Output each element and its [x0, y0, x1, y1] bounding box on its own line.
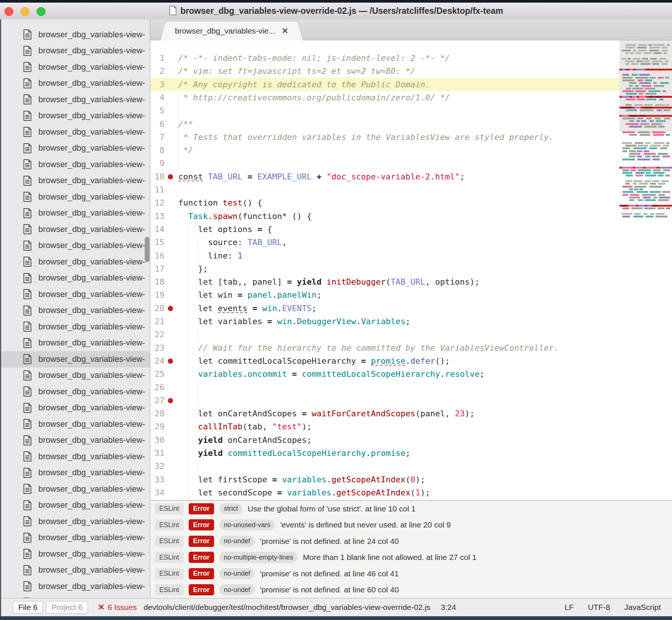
sidebar-item[interactable]: browser_dbg_variables-view- [0, 59, 150, 75]
code-line[interactable]: 32 [150, 460, 619, 473]
sidebar-item[interactable]: browser_dbg_variables-view- [0, 270, 150, 286]
file-name: browser_dbg_variables-view- [38, 387, 145, 397]
sidebar-scrollbar-thumb[interactable] [145, 237, 150, 262]
code-line[interactable]: 2/* vim: set ft=javascript ts=2 et sw=2 … [150, 65, 619, 78]
sidebar-item[interactable]: browser_dbg_variables-view- [0, 578, 150, 595]
sidebar-item[interactable]: browser_dbg_variables-view- [0, 238, 150, 254]
code-line[interactable]: 34 let secondScope = variables.getScopeA… [150, 486, 619, 499]
code-line[interactable]: 1/* -*- indent-tabs-mode: nil; js-indent… [150, 51, 619, 65]
code-line[interactable]: 14 let options = { [150, 223, 619, 236]
sidebar-item[interactable]: browser_dbg_variables-view- [0, 205, 150, 222]
sidebar-item[interactable]: browser_dbg_variables-view- [0, 140, 150, 157]
sidebar-item[interactable]: browser_dbg_variables-view- [0, 448, 150, 465]
code-line[interactable]: 16 line: 1 [150, 249, 619, 262]
code-line[interactable]: 24 let committedLocalScopeHierarchy = pr… [150, 354, 619, 367]
code-line[interactable]: 10const TAB_URL = EXAMPLE_URL + "doc_sco… [150, 170, 619, 183]
sidebar-item[interactable]: browser_dbg_variables-view- [0, 432, 150, 449]
indent-guide [178, 157, 179, 170]
code-editor[interactable]: 1/* -*- indent-tabs-mode: nil; js-indent… [150, 40, 672, 500]
sidebar-item[interactable]: browser_dbg_variables-view- [0, 173, 150, 189]
sidebar-item[interactable]: browser_dbg_variables-view- [0, 513, 150, 530]
sidebar-item[interactable]: browser_dbg_variables-view- [0, 530, 150, 546]
lint-issue-row[interactable]: ESLintErrorno-undef'promise' is not defi… [150, 566, 672, 582]
code-line[interactable]: 23 // Wait for the hierarchy to be commi… [150, 341, 619, 354]
code-line[interactable]: 13 Task.spawn(function* () { [150, 210, 619, 223]
sidebar-item[interactable]: browser_dbg_variables-view- [0, 319, 150, 335]
code-line[interactable]: 21 let variables = win.DebuggerView.Vari… [150, 315, 619, 328]
sidebar-item[interactable]: browser_dbg_variables-view- [0, 400, 150, 416]
sidebar-item[interactable]: browser_dbg_variables-view- [0, 189, 150, 205]
code-line[interactable]: 26 [150, 381, 619, 394]
minimap-line [619, 180, 672, 182]
code-line[interactable]: 31 yield committedLocalScopeHierarchy.pr… [150, 447, 619, 460]
close-window-button[interactable] [4, 7, 13, 16]
lint-issue-row[interactable]: ESLintErrorno-undef'promise' is not defi… [150, 533, 672, 549]
code-line[interactable]: 4 * http://creativecommons.org/publicdom… [150, 91, 619, 104]
sidebar-item[interactable]: browser_dbg_variables-view- [0, 595, 150, 598]
sidebar-item[interactable]: browser_dbg_variables-view- [0, 108, 150, 124]
sidebar-item[interactable]: browser_dbg_variables-view- [0, 26, 150, 43]
lint-issue-row[interactable]: ESLintErrorstrictUse the global form of … [150, 501, 672, 517]
minimize-window-button[interactable] [21, 7, 29, 16]
tab-label: browser_dbg_variables-vie... [175, 26, 275, 35]
code-line[interactable]: 18 let [tab,, panel] = yield initDebugge… [150, 275, 619, 288]
code-line[interactable]: 22 [150, 328, 619, 341]
issues-count[interactable]: 6 Issues [108, 603, 137, 612]
minimap-line [619, 205, 672, 207]
sidebar-item[interactable]: browser_dbg_variables-view- [0, 481, 150, 497]
code-line[interactable]: 29 callInTab(tab, "test"); [150, 420, 619, 433]
sidebar-item[interactable]: browser_dbg_variables-view- [0, 303, 150, 319]
sidebar-item[interactable]: browser_dbg_variables-view- [0, 75, 150, 92]
sidebar-item[interactable]: browser_dbg_variables-view- [0, 221, 150, 238]
tab-close-icon[interactable]: ✕ [282, 26, 288, 35]
code-line[interactable]: 17 }; [150, 262, 619, 275]
lint-issue-row[interactable]: ESLintErrorno-undef'promise' is not defi… [150, 582, 672, 598]
code-line[interactable]: 3/* Any copyright is dedicated to the Pu… [150, 78, 619, 91]
sidebar-item[interactable]: browser_dbg_variables-view- [0, 562, 150, 579]
code-line[interactable]: 8 */ [150, 144, 619, 157]
code-line[interactable]: 11 [150, 183, 619, 196]
cursor-position[interactable]: 3:24 [441, 603, 456, 612]
sidebar-item[interactable]: browser_dbg_variables-view- [0, 465, 150, 481]
code-line[interactable]: 33 let firstScope = variables.getScopeAt… [150, 473, 619, 486]
tab-active[interactable]: browser_dbg_variables-vie... ✕ [167, 21, 296, 40]
code-line[interactable]: 19 let win = panel.panelWin; [150, 288, 619, 301]
sidebar-item[interactable]: browser_dbg_variables-view- [0, 335, 150, 351]
file-name: browser_dbg_variables-view- [38, 354, 145, 364]
code-line[interactable]: 5 [150, 104, 619, 117]
sidebar-item[interactable]: browser_dbg_variables-view- [0, 43, 150, 59]
encoding-indicator[interactable]: UTF-8 [588, 603, 610, 612]
code-line[interactable]: 20 let events = win.EVENTS; [150, 302, 619, 315]
code-line[interactable]: 15 source: TAB_URL, [150, 236, 619, 249]
sidebar-item[interactable]: browser_dbg_variables-view- [0, 383, 150, 400]
file-issues-button[interactable]: File 6 [13, 601, 43, 614]
project-issues-button[interactable]: Project 6 [46, 601, 88, 614]
sidebar-item[interactable]: browser_dbg_variables-view- [0, 91, 150, 108]
sidebar-item[interactable]: browser_dbg_variables-view- [0, 416, 150, 432]
minimap-line [619, 52, 672, 54]
sidebar-item[interactable]: browser_dbg_variables-view- [0, 124, 150, 140]
code-line[interactable]: 30 yield onCaretAndScopes; [150, 433, 619, 447]
lint-issue-row[interactable]: ESLintErrorno-unused-vars'events' is def… [150, 517, 672, 533]
minimap[interactable] [619, 40, 672, 500]
code-line[interactable]: 27 [150, 394, 619, 407]
sidebar-item[interactable]: browser_dbg_variables-view- [0, 286, 150, 303]
code-line[interactable]: 6/** [150, 118, 619, 131]
language-indicator[interactable]: JavaScript [624, 603, 661, 612]
sidebar-item[interactable]: browser_dbg_variables-view- [0, 351, 150, 367]
line-ending-indicator[interactable]: LF [565, 603, 574, 612]
code-line[interactable]: 7 * Tests that overridden variables in t… [150, 131, 619, 144]
sidebar-item[interactable]: browser_dbg_variables-view- [0, 156, 150, 173]
sidebar-item[interactable]: browser_dbg_variables-view- [0, 546, 150, 562]
lint-message: More than 1 blank line not allowed. at l… [303, 553, 477, 562]
sidebar-item[interactable]: browser_dbg_variables-view- [0, 497, 150, 514]
sidebar-item[interactable]: browser_dbg_variables-view- [0, 367, 150, 384]
indent-guide [198, 460, 198, 473]
code-line[interactable]: 25 variables.oncommit = committedLocalSc… [150, 367, 619, 381]
code-line[interactable]: 12function test() { [150, 196, 619, 209]
zoom-window-button[interactable] [37, 7, 45, 16]
lint-issue-row[interactable]: ESLintErrorno-multiple-empty-linesMore t… [150, 549, 672, 566]
code-line[interactable]: 9 [150, 157, 619, 170]
code-line[interactable]: 28 let onCaretAndScopes = waitForCaretAn… [150, 407, 619, 420]
sidebar-item[interactable]: browser_dbg_variables-view- [0, 254, 150, 270]
